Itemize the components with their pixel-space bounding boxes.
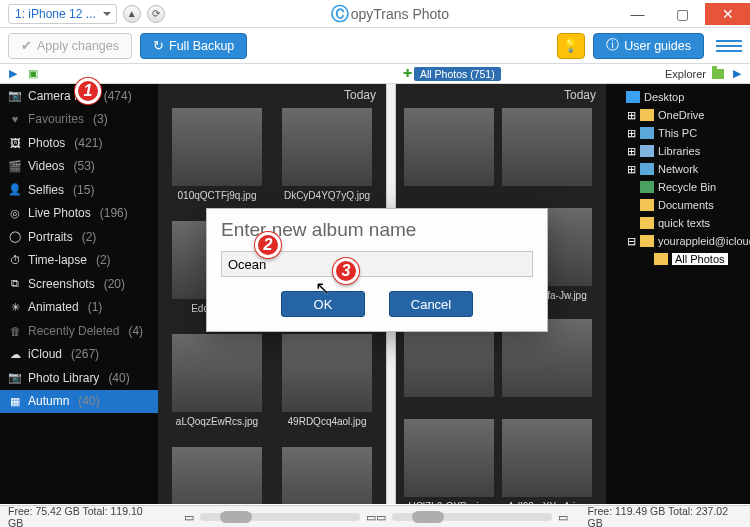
pane-date-label: Today: [564, 88, 596, 102]
device-dropdown[interactable]: 1: iPhone 12 ...: [8, 4, 117, 24]
node-icon: [626, 91, 640, 103]
photo-thumbnail[interactable]: aLQoqzEwRcs.jpg: [172, 334, 262, 427]
new-album-icon[interactable]: ▣: [26, 67, 40, 81]
zoom-slider-left[interactable]: [200, 513, 360, 521]
slideshow-icon[interactable]: ▶: [6, 67, 20, 81]
thumbnail-image: [282, 108, 372, 186]
tree-toggle-icon[interactable]: ⊞: [626, 145, 636, 158]
menu-button[interactable]: [716, 33, 742, 59]
sidebar-item[interactable]: ⏱Time-lapse(2): [0, 249, 158, 273]
tree-toggle-icon[interactable]: ⊞: [626, 127, 636, 140]
ok-button[interactable]: OK: [281, 291, 365, 317]
explorer-label: yourappleid@icloud.com's: [658, 235, 750, 247]
zoom-out-icon[interactable]: ▭: [376, 511, 386, 523]
folder-icon[interactable]: [712, 69, 724, 79]
explorer-node[interactable]: Documents: [612, 196, 750, 214]
explorer-label: Libraries: [658, 145, 700, 157]
sidebar-icon: ⧉: [8, 277, 22, 290]
sidebar-item[interactable]: ◯Portraits(2): [0, 225, 158, 249]
zoom-out-icon[interactable]: ▭: [184, 511, 194, 523]
photo-thumbnail[interactable]: AdI90-aXYwA.jpg: [506, 419, 588, 504]
sidebar-item[interactable]: ✳Animated(1): [0, 296, 158, 320]
explorer-node[interactable]: ⊞This PC: [612, 124, 750, 142]
node-icon: [640, 217, 654, 229]
sidebar-icon: ☁: [8, 348, 22, 361]
photo-thumbnail[interactable]: [172, 447, 262, 504]
sidebar-item-label: Portraits: [28, 230, 73, 244]
explorer-node[interactable]: Desktop: [612, 88, 750, 106]
sidebar-item-count: (2): [96, 253, 111, 267]
explorer-node[interactable]: ⊞Libraries: [612, 142, 750, 160]
sidebar-item-count: (474): [104, 89, 132, 103]
cancel-button[interactable]: Cancel: [389, 291, 473, 317]
explorer-tree: Desktop⊞OneDrive⊞This PC⊞Libraries⊞Netwo…: [606, 84, 750, 504]
explorer-node[interactable]: ⊞OneDrive: [612, 106, 750, 124]
close-button[interactable]: ✕: [705, 3, 750, 25]
sidebar-item[interactable]: ⧉Screenshots(20): [0, 272, 158, 296]
explorer-node[interactable]: ⊞Network: [612, 160, 750, 178]
explorer-node[interactable]: ⊟yourappleid@icloud.com's: [612, 232, 750, 250]
user-guides-button[interactable]: ⓘ User guides: [593, 33, 704, 59]
zoom-in-icon[interactable]: ▭: [366, 511, 376, 523]
sidebar-item-count: (20): [104, 277, 125, 291]
explorer-label: Network: [658, 163, 698, 175]
photo-thumbnail[interactable]: 010qQCTFj9q.jpg: [172, 108, 262, 201]
sidebar-item[interactable]: ▦Autumn(40): [0, 390, 158, 414]
zoom-in-icon[interactable]: ▭: [558, 511, 568, 523]
backup-icon: ↻: [153, 38, 164, 53]
minimize-button[interactable]: —: [615, 3, 660, 25]
photo-thumbnail[interactable]: UClZh0-OYPw.jpg: [408, 419, 490, 504]
explorer-node[interactable]: All Photos: [612, 250, 750, 268]
add-icon[interactable]: ✚: [400, 67, 414, 81]
sidebar-item[interactable]: ☁iCloud(267): [0, 343, 158, 367]
sidebar-icon: ⏱: [8, 254, 22, 266]
node-icon: [640, 145, 654, 157]
eject-button[interactable]: ▲: [123, 5, 141, 23]
sidebar-item[interactable]: 🗑Recently Deleted(4): [0, 319, 158, 343]
photo-thumbnail[interactable]: DkCyD4YQ7yQ.jpg: [282, 108, 372, 201]
sidebar: 📷Camera Roll(474)♥Favourites(3)🖼Photos(4…: [0, 84, 158, 504]
thumbnail-filename: 49RDQcq4aol.jpg: [288, 416, 367, 427]
sidebar-item[interactable]: 👤Selfies(15): [0, 178, 158, 202]
photo-thumbnail[interactable]: [506, 108, 588, 190]
tree-toggle-icon[interactable]: ⊞: [626, 163, 636, 176]
all-photos-pill[interactable]: All Photos (751): [414, 67, 501, 81]
check-icon: ✔: [21, 38, 32, 53]
full-backup-button[interactable]: ↻ Full Backup: [140, 33, 247, 59]
thumbnail-filename: AdI90-aXYwA.jpg: [508, 501, 586, 504]
thumbnail-image: [502, 419, 592, 497]
explorer-label: OneDrive: [658, 109, 704, 121]
sidebar-item[interactable]: ◎Live Photos(196): [0, 202, 158, 226]
callout-3: 3: [333, 258, 359, 284]
thumbnail-image: [404, 108, 494, 186]
sidebar-item-count: (196): [100, 206, 128, 220]
window-controls: — ▢ ✕: [615, 3, 750, 25]
refresh-button[interactable]: ⟳: [147, 5, 165, 23]
tips-button[interactable]: 💡: [557, 33, 585, 59]
new-album-dialog: Enter new album name OK Cancel: [206, 208, 548, 332]
apply-changes-button[interactable]: ✔ Apply changes: [8, 33, 132, 59]
node-icon: [640, 199, 654, 211]
explorer-node[interactable]: quick texts: [612, 214, 750, 232]
callout-1: 1: [75, 78, 101, 104]
sidebar-item-label: iCloud: [28, 347, 62, 361]
sidebar-item-label: Screenshots: [28, 277, 95, 291]
photo-thumbnail[interactable]: 49RDQcq4aol.jpg: [282, 334, 372, 427]
sidebar-icon: 🖼: [8, 137, 22, 149]
sidebar-item[interactable]: ♥Favourites(3): [0, 108, 158, 132]
app-title-text: opyTrans Photo: [351, 6, 449, 22]
maximize-button[interactable]: ▢: [660, 3, 705, 25]
explorer-node[interactable]: Recycle Bin: [612, 178, 750, 196]
sidebar-icon: 👤: [8, 183, 22, 196]
slideshow-right-icon[interactable]: ▶: [730, 67, 744, 81]
sidebar-item[interactable]: 📷Photo Library(40): [0, 366, 158, 390]
sidebar-item[interactable]: 🖼Photos(421): [0, 131, 158, 155]
sidebar-item[interactable]: 🎬Videos(53): [0, 155, 158, 179]
tree-toggle-icon[interactable]: ⊟: [626, 235, 636, 248]
photo-thumbnail[interactable]: [282, 447, 372, 504]
photo-thumbnail[interactable]: [408, 108, 490, 190]
sidebar-icon: 📷: [8, 371, 22, 384]
sidebar-item-count: (53): [73, 159, 94, 173]
tree-toggle-icon[interactable]: ⊞: [626, 109, 636, 122]
zoom-slider-right[interactable]: [392, 513, 552, 521]
